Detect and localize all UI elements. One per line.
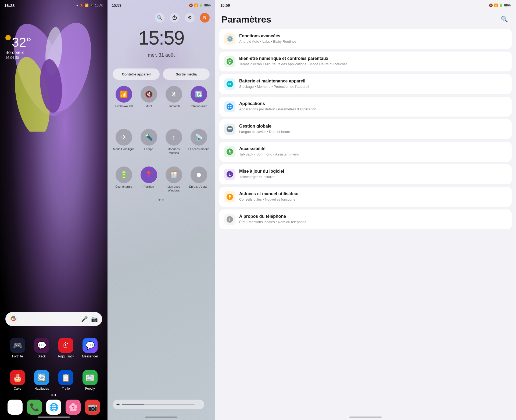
settings-item-applications[interactable]: Applications Applications par défaut • P… — [219, 97, 512, 117]
weather-widget: 32° Bordeaux 16:04 🔄 — [5, 35, 31, 60]
settings-list: ⚙️ Fonctions avancées Android Auto • Lab… — [215, 29, 516, 229]
quick-search-button[interactable]: 🔍 — [155, 13, 164, 23]
svg-point-11 — [228, 105, 230, 106]
tips-subtitle: Conseils utiles • Nouvelles fonctions — [239, 197, 507, 202]
tile-mobile-data[interactable]: ↕ Données mobiles — [163, 129, 185, 155]
app-cake[interactable]: 🎂 Cake — [8, 370, 27, 390]
tile-rotation-icon: 🔃 — [191, 86, 207, 103]
app-habitudes[interactable]: 🔄 Habitudes — [32, 370, 51, 390]
tile-lampe-label: Lampe — [144, 147, 153, 151]
home-status-bar: 16:28 ✦ 🔕 📶 📱 100% — [0, 0, 108, 11]
tile-eco-icon: 🔋 — [116, 166, 132, 183]
batterie-title: Batterie et maintenance appareil — [239, 79, 507, 84]
panel-quick-settings: 15:59 🔕 📶 🔋 88% 🔍 ⏻ ⚙ N 15:59 mer. 31 ao… — [108, 0, 215, 420]
settings-card-about: À propos du téléphone État • Mentions lé… — [219, 209, 512, 229]
svg-point-14 — [230, 107, 232, 108]
tile-mobile-data-label: Données mobiles — [163, 147, 185, 155]
quick-status-bar: 15:59 🔕 📶 🔋 88% — [108, 0, 215, 11]
app-feedly[interactable]: 📰 Feedly — [80, 370, 100, 390]
tile-muet[interactable]: 🔇 Muet — [138, 86, 160, 108]
quick-date-display: mer. 31 août — [108, 52, 215, 58]
settings-card-advanced: ⚙️ Fonctions avancées Android Auto • Lab… — [219, 29, 512, 49]
batterie-subtitle: Stockage • Mémoire • Protection de l'app… — [239, 84, 507, 89]
settings-item-gestion-globale[interactable]: Gestion globale Langue et clavier • Date… — [219, 119, 512, 139]
settings-search-button[interactable]: 🔍 — [499, 14, 510, 25]
fonctions-title: Fonctions avancées — [239, 34, 507, 38]
settings-item-bienetre[interactable]: Bien-être numérique et contrôles parenta… — [219, 52, 512, 71]
controle-appareil-button[interactable]: Contrôle appareil — [113, 68, 160, 80]
home-dock: 🗺 📞 🌐 🌸 📷 — [5, 400, 102, 415]
quick-brightness-bar[interactable]: ☀ ⋮ — [113, 400, 204, 409]
settings-item-accessibilite[interactable]: Accessibilité TalkBack • Son mono • Assi… — [219, 142, 512, 162]
tile-bluetooth[interactable]: Bluetooth — [163, 86, 185, 108]
tile-location-label: Position — [144, 185, 154, 189]
app-slack[interactable]: 💬 Slack — [32, 338, 51, 358]
search-bar[interactable]: 🎤 📷 — [5, 312, 102, 326]
tips-icon — [226, 193, 233, 200]
sortie-media-button[interactable]: Sortie média — [163, 68, 210, 80]
settings-wifi-icon: 📶 — [494, 3, 498, 7]
mic-icon[interactable]: 🎤 — [81, 316, 88, 322]
settings-item-astuces[interactable]: Astuces et manuel utilisateur Conseils u… — [219, 187, 512, 207]
tile-screen-record[interactable]: ⏺ Enreg. d'écran — [188, 166, 210, 193]
tile-livebox[interactable]: 📶 Livebox-4568 — [113, 86, 135, 108]
quick-battery-icon: 🔋 — [199, 3, 203, 7]
app-slack-label: Slack — [38, 354, 45, 358]
quick-top-icons: 🔍 ⏻ ⚙ N — [108, 13, 215, 23]
quick-tiles-row2: ✈ Mode Hors ligne 🔦 Lampe ↕ Données mobi… — [113, 129, 210, 155]
dock-flower[interactable]: 🌸 — [63, 400, 83, 415]
quick-page-dots — [159, 199, 164, 201]
fonctions-icon-wrap: ⚙️ — [224, 33, 235, 45]
mute-icon: 🔕 — [80, 3, 84, 7]
tile-lampe[interactable]: 🔦 Lampe — [138, 129, 160, 155]
quick-dot-2 — [162, 199, 164, 201]
dock-chrome[interactable]: 🌐 — [44, 400, 63, 415]
app-toggl[interactable]: ⏱ Toggl Track — [56, 338, 76, 358]
dock-camera[interactable]: 📷 — [83, 400, 102, 415]
quick-settings-button[interactable]: ⚙ — [185, 13, 195, 23]
settings-time: 15:59 — [220, 3, 230, 8]
lens-icon[interactable]: 📷 — [91, 316, 98, 322]
settings-card-gestion: Gestion globale Langue et clavier • Date… — [219, 119, 512, 139]
settings-item-mise-a-jour[interactable]: Mise à jour du logiciel Télécharger et i… — [219, 164, 512, 184]
apps-title: Applications — [239, 101, 507, 106]
tile-hotspot[interactable]: 📡 Pt accès mobile — [188, 129, 210, 155]
dock-maps[interactable]: 🗺 — [5, 400, 25, 415]
settings-item-batterie[interactable]: Batterie et maintenance appareil Stockag… — [219, 74, 512, 94]
tile-livebox-label: Livebox-4568 — [115, 104, 132, 108]
app-messenger[interactable]: 💬 Messenger — [80, 338, 100, 358]
batterie-icon-wrap — [224, 78, 235, 90]
update-text: Mise à jour du logiciel Télécharger et i… — [239, 169, 507, 179]
tile-location[interactable]: 📍 Position — [138, 166, 160, 193]
batterie-icon — [226, 81, 233, 88]
tile-mobile-data-icon: ↕ — [166, 129, 182, 146]
tile-airplane[interactable]: ✈ Mode Hors ligne — [113, 129, 135, 155]
brightness-more-icon[interactable]: ⋮ — [197, 402, 201, 407]
app-fortnite[interactable]: 🎮 Fortnite — [8, 338, 27, 358]
tile-lampe-icon: 🔦 — [141, 129, 157, 146]
quick-user-avatar[interactable]: N — [200, 13, 210, 23]
settings-status-icons: 🔕 📶 🔋 88% — [489, 3, 511, 7]
app-trello[interactable]: 📋 Trello — [56, 370, 76, 390]
apps-row-1: 🎮 Fortnite 💬 Slack ⏱ Toggl Track 💬 Messe… — [5, 338, 102, 358]
search-action-icons: 🎤 📷 — [81, 316, 98, 322]
settings-title: Paramètres — [221, 14, 271, 25]
dock-phone[interactable]: 📞 — [25, 400, 44, 415]
settings-item-a-propos[interactable]: À propos du téléphone État • Mentions lé… — [219, 209, 512, 229]
app-cake-label: Cake — [14, 387, 21, 390]
tile-link-windows[interactable]: 🪟 Lien avec Windows — [163, 166, 185, 193]
settings-battery-pct: 88% — [504, 3, 511, 7]
settings-nav-bar — [349, 417, 382, 418]
tile-rotation[interactable]: 🔃 Rotation auto. — [188, 86, 210, 108]
panel-home: 16:28 ✦ 🔕 📶 📱 100% 32° Bordeaux 16:04 🔄 … — [0, 0, 108, 420]
svg-point-7 — [229, 62, 231, 64]
battery-label: 100% — [95, 3, 103, 7]
settings-card-accessibility: Accessibilité TalkBack • Son mono • Assi… — [219, 142, 512, 162]
settings-item-fonctions-avancees[interactable]: ⚙️ Fonctions avancées Android Auto • Lab… — [219, 29, 512, 49]
tile-eco[interactable]: 🔋 Éco. énergie — [113, 166, 135, 193]
quick-power-button[interactable]: ⏻ — [170, 13, 180, 23]
signal-icon: 📱 — [90, 3, 94, 7]
bienetre-icon — [226, 58, 233, 65]
quick-battery-pct: 88% — [204, 3, 211, 7]
settings-card-apps: Applications Applications par défaut • P… — [219, 97, 512, 117]
